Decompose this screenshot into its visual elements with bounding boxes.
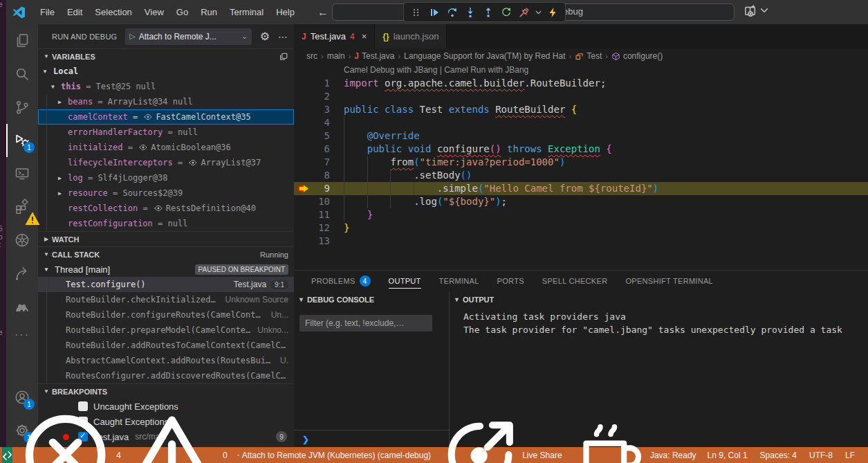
code-line-13[interactable]: 13 [294,235,868,248]
code-line-6[interactable]: 6 public void configure() throws Excepti… [294,143,868,156]
nav-back-icon[interactable]: ← [317,6,329,19]
activity-explorer[interactable] [6,24,38,57]
activity-additional-views[interactable]: ··· [6,323,38,347]
open-editors-icon[interactable] [279,52,288,62]
panel-tab-output[interactable]: OUTPUT [389,271,421,291]
stack-frame[interactable]: RouteBuilder.configureRoutes(CamelContex… [38,307,294,323]
panel-tab-spell-checker[interactable]: SPELL CHECKER [542,271,608,291]
toolbar-step-into[interactable] [462,4,479,21]
toolbar-drag-handle[interactable] [408,4,425,21]
variable-this[interactable]: ▼this = Test@25 null [38,79,294,94]
start-debug-icon[interactable]: ▷ [129,32,135,41]
variable-lifecycleInterceptors[interactable]: lifecycleInterceptors = ArrayList@37 [38,155,294,170]
variables-scope-local[interactable]: ▼Local [38,64,294,79]
breadcrumb-item[interactable]: configure() [611,51,663,61]
menu-go[interactable]: Go [170,4,194,20]
toolbar-step-out[interactable] [480,4,497,21]
code-line-11[interactable]: 11 } [294,208,868,221]
output-log[interactable]: Activating task providers javaThe task p… [450,308,868,336]
variable-log[interactable]: ▶log = Slf4jLogger@38 [38,170,294,185]
call-stack-section[interactable]: ▼CALL STACKRunning [38,246,294,262]
code-line-8[interactable]: 8 .setBody() [294,169,868,182]
menu-selection[interactable]: Selection [89,4,138,20]
variables-section[interactable]: ▼VARIABLES [38,48,294,64]
code-line-3[interactable]: 3public class Test extends RouteBuilder … [294,103,868,116]
variable-restCollection[interactable]: restCollection = RestsDefinition@40 [38,201,294,216]
code-line-1[interactable]: 1import org.apache.camel.builder.RouteBu… [294,77,868,90]
code-line-2[interactable]: 2 [294,90,868,103]
debug-console-input[interactable]: ❯ [294,430,449,448]
code-line-12[interactable]: 12} [294,221,868,235]
toolbar-disconnect[interactable] [516,4,533,21]
code-line-5[interactable]: 5 @Override [294,129,868,143]
debug-console-filter-input[interactable] [299,315,432,332]
status-live-share[interactable]: Live Share [436,447,566,463]
tab-launch-json[interactable]: {}launch.json [375,24,447,48]
code-line-7[interactable]: 7 from("timer:java?period=1000") [294,156,868,169]
close-icon[interactable]: × [362,31,367,42]
code-editor[interactable]: Camel Debug with JBang | Camel Run with … [294,64,868,270]
watch-section[interactable]: ▶WATCH [38,231,294,246]
activity-run-and-debug[interactable]: 1 [6,124,38,157]
toolbar-disconnect-dropdown[interactable] [534,4,543,21]
more-actions-icon[interactable]: ⋯ [278,31,288,42]
breadcrumb-item[interactable]: Test [575,51,602,61]
breadcrumb-item[interactable]: Language Support for Java(TM) by Red Hat [404,51,565,61]
debug-settings-gear-icon[interactable]: ⚙ [260,30,270,43]
code-line-9[interactable]: 9 .simple("Hello Camel from ${routeId}") [294,182,868,195]
chevron-down-icon[interactable]: ⌄ [241,33,247,40]
call-stack-thread[interactable]: ▼Thread [main]PAUSED ON BREAKPOINT [38,262,294,277]
activity-openshift[interactable] [6,257,38,290]
toolbar-continue[interactable] [426,4,443,21]
stack-frame[interactable]: RouteBuilder.prepareModel(CamelContext)U… [38,323,294,338]
stack-frame[interactable]: RoutesConfigurer.addDiscoveredRoutes(Cam… [38,368,294,383]
output-header[interactable]: ▼ OUTPUT [450,291,868,308]
menu-terminal[interactable]: Terminal [223,4,270,20]
activity-camel[interactable] [6,290,38,323]
variable-resource[interactable]: ▶resource = Sources$2@39 [38,185,294,201]
variable-beans[interactable]: ▶beans = ArrayList@34 null [38,94,294,109]
status-eol[interactable]: LF [839,447,861,463]
menu-run[interactable]: Run [194,4,223,20]
breakpoint-paused-icon[interactable] [297,183,311,194]
layout-control-button[interactable] [744,4,770,17]
breadcrumb-item[interactable]: src [306,51,317,61]
remote-indicator[interactable] [2,447,12,463]
stack-frame[interactable]: RouteBuilder.addRoutesToCamelContext(Cam… [38,338,294,353]
panel-tab-problems[interactable]: PROBLEMS4 [311,271,371,291]
menu-file[interactable]: File [34,4,61,20]
breadcrumb-item[interactable]: JTest.java [354,51,394,61]
variable-initialized[interactable]: initialized = AtomicBoolean@36 [38,140,294,155]
activity-kubernetes[interactable] [6,224,38,257]
stack-frame[interactable]: Test.configure()Test.java9:1 [38,277,294,292]
activity-search[interactable] [6,57,38,91]
breakpoints-section[interactable]: ▼BREAKPOINTS [38,383,294,399]
status-java-status[interactable]: Java: Ready [567,447,701,463]
variable-camelContext[interactable]: camelContext = FastCamelContext@35 [38,109,294,125]
toolbar-restart[interactable] [498,4,515,21]
status-encoding[interactable]: UTF-8 [803,447,839,463]
menu-help[interactable]: Help [270,4,301,20]
activity-remote-explorer[interactable] [6,157,38,190]
debug-console-header[interactable]: ▼ DEBUG CONSOLE [294,291,449,308]
activity-extensions[interactable] [6,190,38,224]
toolbar-step-over[interactable] [444,4,461,21]
tab-test-java[interactable]: JTest.java4× [294,24,375,48]
menu-edit[interactable]: Edit [61,4,89,20]
menu-view[interactable]: View [138,4,170,20]
panel-tab-terminal[interactable]: TERMINAL [439,271,479,291]
codelens-actions[interactable]: Camel Debug with JBang | Camel Run with … [294,64,868,77]
toolbar-camel-action[interactable] [544,4,561,21]
code-line-4[interactable]: 4 [294,116,868,129]
status-debug-config[interactable]: Attach to Remote JVM (Kubernetes) (camel… [232,447,436,463]
panel-tab-openshift-terminal[interactable]: OPENSHIFT TERMINAL [625,271,713,291]
status-cursor-position[interactable]: Ln 9, Col 1 [701,447,754,463]
variable-restConfiguration[interactable]: restConfiguration = null [38,216,294,231]
code-line-10[interactable]: 10 .log("${body}"); [294,195,868,208]
activity-source-control[interactable] [6,91,38,124]
panel-tab-ports[interactable]: PORTS [497,271,524,291]
stack-frame[interactable]: AbstractCamelContext.addRoutes(RoutesBui… [38,353,294,368]
stack-frame[interactable]: RouteBuilder.checkInitialized()Unknown S… [38,292,294,307]
variable-errorHandlerFactory[interactable]: errorHandlerFactory = null [38,125,294,140]
launch-config-picker[interactable]: ▷ Attach to Remote J... ⌄ [125,28,251,45]
